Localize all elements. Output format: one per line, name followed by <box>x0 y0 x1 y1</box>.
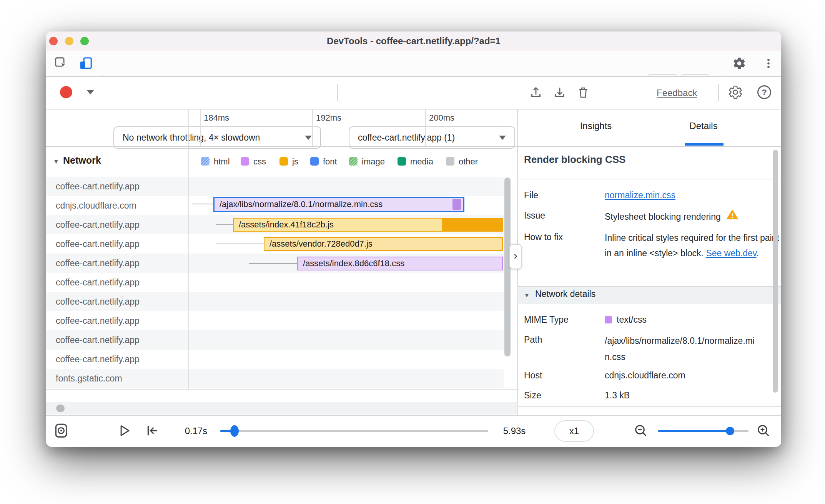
skip-to-start-icon[interactable] <box>144 423 160 440</box>
legend-label-html: html <box>214 157 230 166</box>
zoom-slider-track[interactable] <box>658 430 748 432</box>
details-scrollbar[interactable] <box>773 150 778 393</box>
device-toolbar-icon[interactable] <box>78 56 93 72</box>
details-active-tab-underline <box>685 143 724 146</box>
ruler-tick: 184ms <box>204 113 229 123</box>
target-select[interactable]: coffee-cart.netlify.app (1) <box>349 126 515 149</box>
play-icon[interactable] <box>116 423 132 440</box>
ruler-tick: 192ms <box>316 113 341 123</box>
gridline-200ms <box>425 109 426 146</box>
mime-value: text/css <box>617 313 647 327</box>
network-row-domain[interactable]: coffee-cart.netlify.app <box>56 177 183 196</box>
details-divider <box>517 179 781 179</box>
bar-tail-segment <box>452 199 461 210</box>
mime-type-swatch <box>605 316 612 323</box>
horizontal-scrollbar-thumb[interactable] <box>56 405 65 412</box>
kebab-menu-icon[interactable] <box>762 57 775 71</box>
chevron-down-icon <box>305 136 312 140</box>
chevron-down-icon <box>499 136 506 140</box>
record-dropdown-caret-icon[interactable] <box>87 90 94 94</box>
legend-label-font: font <box>323 157 337 166</box>
toolbar-divider <box>337 84 338 101</box>
fix-value: Inline critical styles required for the … <box>605 230 781 261</box>
timeline-scrubber-thumb[interactable] <box>230 425 239 437</box>
waterfall-bar-normalize-css[interactable]: /ajax/libs/normalize/8.0.1/normalize.min… <box>213 197 464 212</box>
inspect-element-icon[interactable] <box>54 56 68 72</box>
network-row-domain[interactable]: coffee-cart.netlify.app <box>56 330 183 350</box>
gridline-184ms <box>200 109 201 146</box>
network-row-domain[interactable]: coffee-cart.netlify.app <box>56 234 183 254</box>
ruler-tick: 200ms <box>429 113 454 123</box>
timeline-scrubber-track[interactable] <box>220 430 488 432</box>
settings-gear-icon[interactable] <box>732 56 746 72</box>
path-value: /ajax/libs/normalize/8.0.1/normalize.min… <box>605 333 758 365</box>
file-value: normalize.min.css <box>605 188 675 202</box>
panel-settings-gear-icon[interactable] <box>728 85 743 101</box>
legend-label-image: image <box>362 157 385 166</box>
network-row-domain[interactable]: coffee-cart.netlify.app <box>56 292 183 311</box>
throttling-value: No network throttling, 4× slowdown <box>123 133 260 143</box>
toolbar-divider-2 <box>718 84 719 101</box>
network-row-domain[interactable]: coffee-cart.netlify.app <box>56 350 183 369</box>
total-time: 5.93s <box>495 424 534 438</box>
feedback-link[interactable]: Feedback <box>657 85 697 101</box>
issue-value-row: Stylesheet blocking rendering <box>605 209 739 225</box>
throttling-select[interactable]: No network throttling, 4× slowdown <box>113 126 321 149</box>
waterfall-bar-vendor-js[interactable]: /assets/vendor.728ed0d7.js <box>264 237 503 251</box>
insights-toolbar: No network throttling, 4× slowdown coffe… <box>46 77 781 109</box>
import-trace-icon[interactable] <box>529 86 543 101</box>
legend-swatch-css <box>241 157 249 166</box>
zoom-out-icon[interactable] <box>633 423 649 440</box>
playback-bar: 0.17s 5.93s x1 <box>46 416 781 447</box>
path-label: Path <box>524 333 601 346</box>
network-row-domain[interactable]: coffee-cart.netlify.app <box>56 311 183 330</box>
delete-trace-icon[interactable] <box>576 86 590 101</box>
file-label: File <box>524 188 601 202</box>
expand-panel-button[interactable]: › <box>509 244 522 269</box>
horizontal-scrollbar-track <box>46 402 517 414</box>
legend-swatch-image <box>349 157 358 166</box>
issue-label: Issue <box>524 209 601 222</box>
waterfall-bar-index-js[interactable]: /assets/index.41f18c2b.js <box>233 218 503 232</box>
column-divider[interactable] <box>188 109 189 389</box>
tab-details[interactable]: Details <box>665 121 742 131</box>
devtools-window: DevTools - coffee-cart.netlify.app/?ad=1… <box>46 32 781 447</box>
legend-swatch-other <box>446 157 454 166</box>
file-link[interactable]: normalize.min.css <box>605 190 675 200</box>
host-value: cdnjs.cloudflare.com <box>605 368 685 382</box>
zoom-in-icon[interactable] <box>756 423 771 440</box>
window-title: DevTools - coffee-cart.netlify.app/?ad=1 <box>46 32 781 51</box>
legend-swatch-font <box>310 157 319 166</box>
tab-insights[interactable]: Insights <box>557 121 634 131</box>
export-trace-icon[interactable] <box>553 86 567 101</box>
warning-icon[interactable] <box>726 209 739 225</box>
network-details-section-header[interactable]: ▼ Network details <box>517 286 781 303</box>
fix-label: How to fix <box>524 230 601 244</box>
network-section-header[interactable]: Network <box>63 155 101 166</box>
zoom-slider-thumb[interactable] <box>726 427 734 435</box>
issue-value: Stylesheet blocking rendering <box>605 210 721 224</box>
record-button[interactable] <box>60 86 72 98</box>
network-row-domain[interactable]: coffee-cart.netlify.app <box>56 254 183 273</box>
window-titlebar: DevTools - coffee-cart.netlify.app/?ad=1 <box>46 32 781 51</box>
network-disclosure-icon[interactable]: ▼ <box>53 158 59 165</box>
network-row-domain[interactable]: cdnjs.cloudflare.com <box>56 196 183 215</box>
network-row-domain[interactable]: coffee-cart.netlify.app <box>56 273 183 292</box>
ruler-border <box>46 146 781 147</box>
mime-label: MIME Type <box>524 313 601 327</box>
screenshot-preview-icon[interactable] <box>53 422 70 441</box>
details-heading: Render blocking CSS <box>524 154 625 166</box>
legend-swatch-html <box>201 157 210 166</box>
playback-speed-button[interactable]: x1 <box>554 420 594 442</box>
request-leader-line <box>192 204 213 204</box>
network-row-domain[interactable]: fonts.gstatic.com <box>56 369 183 388</box>
details-bottom-border <box>517 406 781 407</box>
section-disclosure-icon: ▼ <box>524 292 530 298</box>
web-dev-link[interactable]: See web.dev <box>706 248 756 258</box>
size-label: Size <box>524 388 601 402</box>
request-leader-line <box>216 244 264 244</box>
network-row-domain[interactable]: coffee-cart.netlify.app <box>56 215 183 234</box>
waterfall-bar-index-css[interactable]: /assets/index.8d6c6f18.css <box>297 257 503 270</box>
help-icon[interactable]: ? <box>757 85 771 99</box>
legend-label-css: css <box>253 157 266 166</box>
